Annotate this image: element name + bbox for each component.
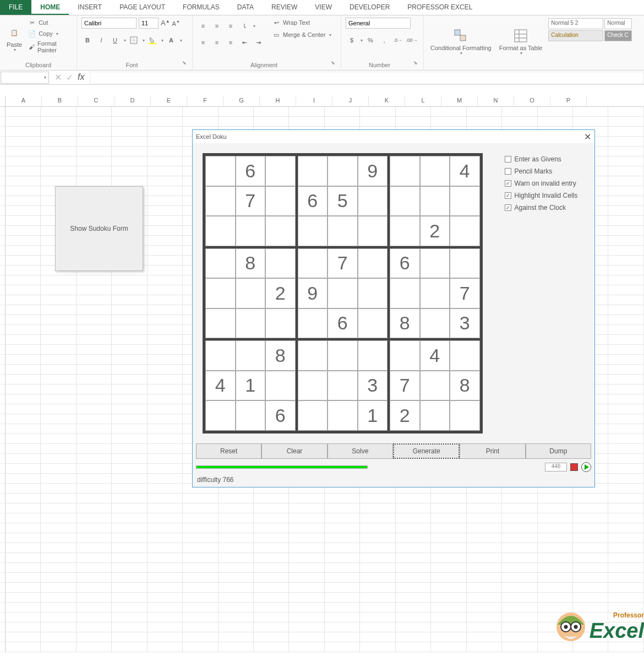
cell[interactable] [183,573,218,583]
column-header-L[interactable]: L [405,96,441,106]
row-header-34[interactable] [0,434,6,444]
cell[interactable] [41,543,76,553]
row-header-25[interactable] [0,345,6,355]
cell[interactable] [112,345,147,355]
cell[interactable] [148,127,183,137]
cell[interactable] [112,464,147,474]
sudoku-cell[interactable] [390,340,420,371]
cell[interactable] [608,166,643,176]
cell[interactable] [573,533,608,543]
row-header-16[interactable] [0,256,6,266]
cell[interactable] [325,553,360,563]
option-warn[interactable]: ✓Warn on invalid entry [505,177,578,189]
sudoku-cell[interactable] [298,340,328,371]
cell[interactable] [360,632,395,642]
comma-button[interactable]: , [378,34,390,46]
row-header-15[interactable] [0,246,6,256]
cell[interactable] [112,593,147,603]
cell[interactable] [6,593,41,603]
sudoku-cell[interactable]: 6 [298,186,328,216]
sudoku-cell[interactable]: 7 [450,278,480,308]
sudoku-cell[interactable] [236,216,266,246]
row-header-17[interactable] [0,266,6,275]
cell[interactable] [6,394,41,404]
cell[interactable] [325,593,360,603]
paste-button[interactable]: 📋 Paste ▾ [4,18,24,60]
sudoku-cell[interactable] [358,216,388,246]
cell[interactable] [112,642,147,652]
column-header-A[interactable]: A [6,96,42,106]
cell[interactable] [467,573,502,583]
cell[interactable] [6,603,41,613]
row-header-8[interactable] [0,176,6,186]
cell[interactable] [148,622,183,632]
enter-formula-icon[interactable]: ✓ [66,72,73,83]
cell[interactable] [148,523,183,533]
cell[interactable] [112,365,147,375]
row-header-38[interactable] [0,474,6,484]
cell[interactable] [608,315,643,325]
cell[interactable] [6,563,41,573]
cell[interactable] [6,127,41,137]
cell[interactable] [112,603,147,613]
cell[interactable] [608,335,643,345]
cell[interactable] [289,513,324,523]
cell[interactable] [41,464,76,474]
cell[interactable] [6,622,41,632]
cell[interactable] [183,533,218,543]
align-middle-button[interactable]: ≡ [211,20,223,32]
cell[interactable] [325,523,360,533]
row-header-23[interactable] [0,325,6,335]
cell[interactable] [112,315,147,325]
cell[interactable] [219,543,254,553]
cell[interactable] [183,117,218,127]
copy-button[interactable]: 📄Copy▾ [28,29,72,39]
row-header-9[interactable] [0,186,6,196]
number-format-select[interactable] [346,18,411,29]
cell[interactable] [6,414,41,424]
column-header-H[interactable]: H [260,96,296,106]
dialog-launcher-icon[interactable]: ⬊ [182,60,188,70]
cell[interactable] [608,345,643,355]
cell[interactable] [6,335,41,345]
cell[interactable] [325,513,360,523]
cell[interactable] [608,563,643,573]
cell[interactable] [41,345,76,355]
cell[interactable] [148,404,183,414]
column-header-C[interactable]: C [78,96,114,106]
cell[interactable] [396,593,431,603]
cell[interactable] [254,563,289,573]
sudoku-cell[interactable] [328,340,358,371]
cell[interactable] [77,127,112,137]
cell[interactable] [254,632,289,642]
cell[interactable] [148,147,183,156]
sudoku-cell[interactable] [265,216,296,246]
cell[interactable] [41,583,76,593]
cell[interactable] [183,543,218,553]
sudoku-cell[interactable]: 1 [358,400,388,431]
cell[interactable] [77,573,112,583]
cell[interactable] [41,414,76,424]
row-header-51[interactable] [0,603,6,613]
cell[interactable] [6,404,41,414]
cell[interactable] [41,305,76,315]
cell[interactable] [325,632,360,642]
cell[interactable] [112,375,147,384]
row-header-46[interactable] [0,553,6,563]
sudoku-cell[interactable] [390,278,420,308]
cell[interactable] [77,285,112,295]
cell[interactable] [41,384,76,394]
cell[interactable] [325,583,360,593]
cell[interactable] [6,266,41,275]
cell[interactable] [41,593,76,603]
sudoku-cell[interactable] [328,156,358,186]
cell[interactable] [6,484,41,494]
cell[interactable] [608,305,643,315]
show-sudoku-form-button[interactable]: Show Sudoku Form [55,186,143,271]
cell[interactable] [6,107,41,117]
generate-button[interactable]: Generate [393,443,460,459]
cell[interactable] [608,355,643,365]
cell[interactable] [77,503,112,513]
cell[interactable] [112,325,147,335]
row-header-11[interactable] [0,206,6,216]
